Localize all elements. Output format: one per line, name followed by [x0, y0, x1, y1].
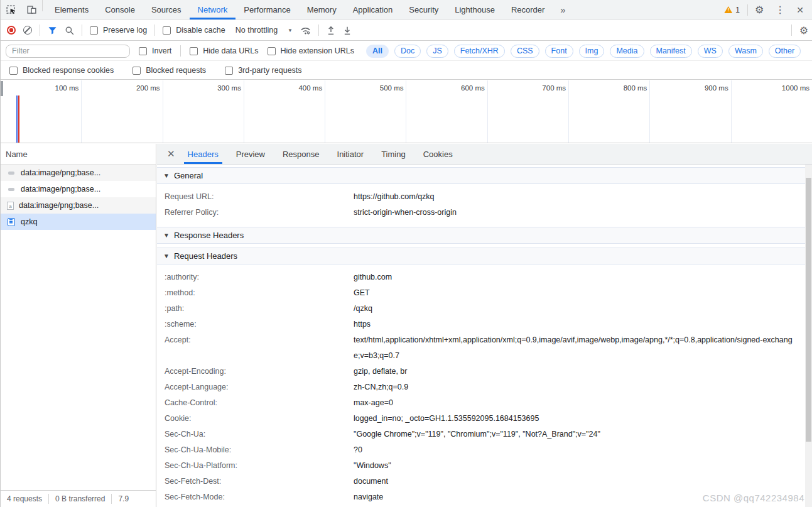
console-warnings-badge[interactable]: ! 1: [719, 6, 745, 14]
devtools-window: Elements Console Sources: [0, 0, 812, 507]
header-name: :authority:: [157, 270, 354, 285]
resource-type-pill[interactable]: Wasm: [728, 45, 763, 58]
network-conditions-icon[interactable]: [300, 26, 311, 35]
blocked-response-cookies-checkbox[interactable]: Blocked response cookies: [9, 66, 114, 75]
header-name: Cookie:: [157, 411, 354, 427]
panel-tab[interactable]: Performance: [235, 0, 298, 19]
resource-type-pill[interactable]: WS: [698, 45, 723, 58]
header-value: strict-origin-when-cross-origin: [354, 205, 796, 221]
record-network-log-button[interactable]: [7, 26, 16, 35]
resource-type-pill[interactable]: Media: [610, 45, 644, 58]
device-toolbar-icon[interactable]: [21, 0, 42, 19]
section-header[interactable]: ▼ Request Headers: [157, 248, 812, 264]
third-party-requests-label: 3rd-party requests: [238, 66, 301, 75]
header-value: logged_in=no; _octo=GH1.1.535592095.1684…: [354, 411, 796, 427]
inspect-element-icon[interactable]: [1, 0, 21, 19]
resource-type-pill[interactable]: Other: [769, 45, 801, 58]
throttling-dropdown[interactable]: No throttling ▼: [235, 26, 293, 35]
name-column-header[interactable]: Name: [1, 144, 156, 165]
panel-tab[interactable]: Network: [190, 0, 236, 19]
timeline-tick-cell: 900 ms: [650, 80, 731, 143]
header-name: Sec-Ch-Ua-Mobile:: [157, 442, 354, 458]
details-scrollbar-thumb[interactable]: [806, 178, 811, 442]
request-row[interactable]: a data:image/png;base...: [1, 197, 156, 214]
resource-type-pill[interactable]: Img: [579, 45, 605, 58]
panel-tab[interactable]: Application: [345, 0, 401, 19]
preserve-log-checkbox[interactable]: Preserve log: [90, 26, 147, 35]
import-har-icon[interactable]: [327, 26, 335, 35]
details-tab[interactable]: Headers: [184, 144, 222, 164]
load-event-line: [18, 95, 19, 143]
panel-tab-label: Lighthouse: [455, 5, 495, 14]
request-name: data:image/png;base...: [19, 201, 99, 210]
header-row: Referrer Policy: strict-origin-when-cros…: [157, 205, 812, 221]
checkbox: [163, 26, 171, 35]
panel-tab[interactable]: Elements: [46, 0, 97, 19]
panel-tab-label: Security: [409, 5, 438, 14]
resource-type-pill[interactable]: Fetch/XHR: [454, 45, 505, 58]
export-har-icon[interactable]: [343, 26, 352, 35]
resource-type-pill[interactable]: All: [366, 45, 389, 58]
panel-tab[interactable]: Memory: [299, 0, 345, 19]
status-item: 4 requests: [1, 494, 49, 504]
header-row: :authority: github.com: [157, 270, 812, 285]
section-title: General: [174, 171, 203, 180]
overview-resize-handle[interactable]: [1, 81, 3, 96]
hide-data-urls-checkbox[interactable]: Hide data URLs: [190, 46, 258, 55]
request-type-icon: a: [7, 168, 16, 177]
details-tab[interactable]: Cookies: [420, 144, 457, 164]
blocked-requests-checkbox[interactable]: Blocked requests: [133, 66, 206, 75]
status-item: 0 B transferred: [49, 494, 112, 504]
request-type-icon: a: [7, 217, 16, 226]
request-row[interactable]: a data:image/png;base...: [1, 181, 156, 197]
header-name: Sec-Ch-Ua:: [157, 427, 354, 442]
panel-tab[interactable]: Console: [97, 0, 143, 19]
section-header[interactable]: ▼ General: [157, 168, 812, 184]
network-settings-gear-icon[interactable]: ⚙: [799, 25, 808, 36]
resource-type-pill[interactable]: Font: [545, 45, 573, 58]
resource-type-pill[interactable]: CSS: [511, 45, 539, 58]
panel-tab[interactable]: Recorder: [503, 0, 553, 19]
resource-type-pill[interactable]: Manifest: [650, 45, 692, 58]
details-tab[interactable]: Preview: [232, 144, 269, 164]
more-tabs-chevron-icon[interactable]: »: [553, 0, 573, 19]
divider: [747, 4, 748, 16]
filter-funnel-icon[interactable]: [48, 26, 57, 35]
third-party-requests-checkbox[interactable]: 3rd-party requests: [225, 66, 301, 75]
request-row[interactable]: a data:image/png;base...: [1, 165, 156, 181]
search-icon[interactable]: [65, 26, 74, 35]
kebab-menu-icon[interactable]: ⋮: [771, 4, 789, 16]
invert-checkbox[interactable]: Invert: [139, 46, 171, 55]
header-name: :scheme:: [157, 317, 354, 332]
network-overview-timeline[interactable]: 100 ms 200 ms 300 ms 400 ms 500 ms 600 m…: [1, 80, 812, 143]
header-value: gzip, deflate, br: [354, 364, 796, 379]
panel-tab[interactable]: Lighthouse: [447, 0, 503, 19]
details-tab[interactable]: Response: [279, 144, 323, 164]
checkbox: [9, 67, 18, 75]
clear-network-log-button[interactable]: [23, 26, 32, 35]
filter-input[interactable]: [6, 45, 130, 58]
details-tab[interactable]: Initiator: [333, 144, 368, 164]
header-row: :scheme: https: [157, 317, 812, 332]
panel-tab[interactable]: Sources: [143, 0, 190, 19]
details-tabbar: ✕ HeadersPreviewResponseInitiatorTimingC…: [157, 144, 812, 165]
request-row[interactable]: a qzkq: [1, 214, 156, 230]
header-value: /qzkq: [354, 301, 796, 317]
panel-tab[interactable]: Security: [401, 0, 447, 19]
hide-extension-urls-checkbox[interactable]: Hide extension URLs: [268, 46, 354, 55]
details-tab[interactable]: Timing: [377, 144, 409, 164]
close-devtools-icon[interactable]: ✕: [792, 5, 808, 15]
settings-gear-icon[interactable]: ⚙: [750, 4, 768, 16]
header-row: Accept-Encoding: gzip, deflate, br: [157, 364, 812, 379]
close-details-icon[interactable]: ✕: [163, 144, 179, 164]
throttling-value: No throttling: [235, 26, 278, 35]
resource-type-pill[interactable]: JS: [426, 45, 448, 58]
resource-type-pills: AllDocJSFetch/XHRCSSFontImgMediaManifest…: [366, 45, 801, 58]
disable-cache-checkbox[interactable]: Disable cache: [163, 26, 225, 35]
section-header[interactable]: ▼ Response Headers: [157, 227, 812, 244]
resource-type-pill[interactable]: Doc: [394, 45, 421, 58]
header-row: Sec-Fetch-Mode: navigate: [157, 489, 812, 505]
panel-tab-label: Elements: [55, 5, 89, 14]
header-name: Sec-Fetch-Mode:: [157, 489, 354, 505]
details-scrollbar-track[interactable]: [805, 165, 812, 507]
